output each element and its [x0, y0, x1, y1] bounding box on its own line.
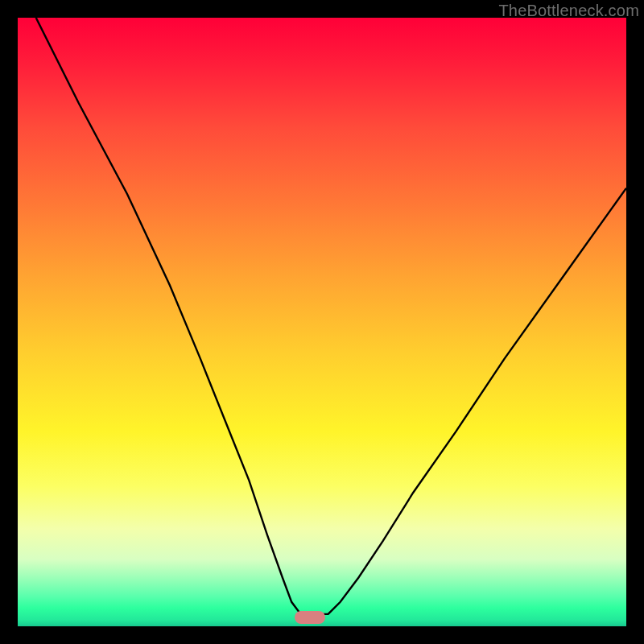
- watermark-text: TheBottleneck.com: [498, 2, 639, 20]
- optimal-marker: [295, 611, 325, 624]
- bottleneck-curve: [18, 18, 626, 626]
- chart-frame: TheBottleneck.com: [0, 0, 644, 644]
- bottleneck-curve-path: [36, 18, 626, 614]
- chart-plot-area: [18, 18, 626, 626]
